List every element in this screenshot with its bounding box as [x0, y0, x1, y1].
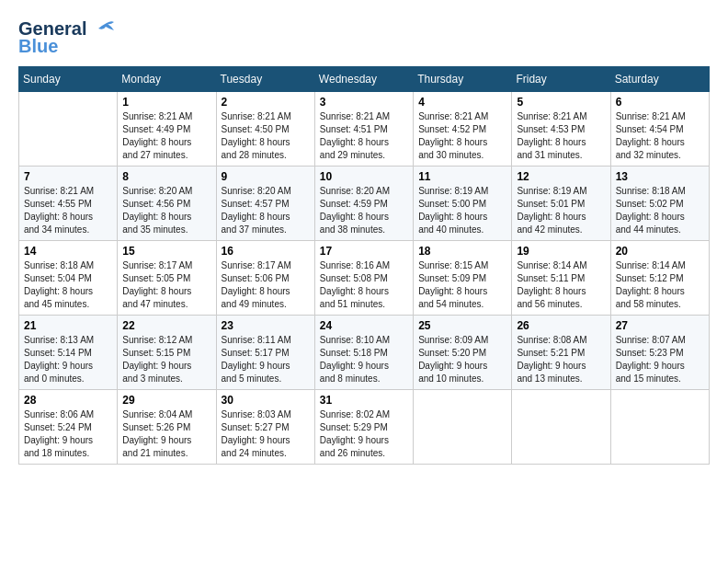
- day-number: 20: [616, 245, 704, 258]
- header-saturday: Saturday: [610, 67, 709, 92]
- calendar-cell: [414, 390, 512, 465]
- calendar-cell: 27Sunrise: 8:07 AMSunset: 5:23 PMDayligh…: [610, 316, 709, 390]
- cell-content: Sunrise: 8:06 AMSunset: 5:24 PMDaylight:…: [24, 408, 112, 460]
- day-number: 24: [320, 319, 408, 332]
- day-number: 17: [320, 245, 408, 258]
- day-number: 19: [517, 245, 605, 258]
- day-number: 6: [616, 96, 704, 109]
- calendar-cell: 12Sunrise: 8:19 AMSunset: 5:01 PMDayligh…: [512, 167, 610, 241]
- day-number: 29: [122, 394, 210, 407]
- day-number: 3: [320, 96, 408, 109]
- day-number: 18: [418, 245, 506, 258]
- cell-content: Sunrise: 8:21 AMSunset: 4:52 PMDaylight:…: [418, 110, 506, 162]
- header-sunday: Sunday: [19, 67, 118, 92]
- calendar-cell: 19Sunrise: 8:14 AMSunset: 5:11 PMDayligh…: [512, 241, 610, 316]
- calendar-cell: 26Sunrise: 8:08 AMSunset: 5:21 PMDayligh…: [512, 316, 610, 390]
- week-row-2: 7Sunrise: 8:21 AMSunset: 4:55 PMDaylight…: [19, 167, 710, 241]
- calendar-cell: 31Sunrise: 8:02 AMSunset: 5:29 PMDayligh…: [314, 390, 413, 465]
- day-number: 16: [222, 245, 310, 258]
- week-row-4: 21Sunrise: 8:13 AMSunset: 5:14 PMDayligh…: [19, 316, 710, 390]
- cell-content: Sunrise: 8:21 AMSunset: 4:54 PMDaylight:…: [616, 110, 704, 162]
- calendar-cell: 21Sunrise: 8:13 AMSunset: 5:14 PMDayligh…: [19, 316, 118, 390]
- day-number: 28: [24, 394, 112, 407]
- day-number: 26: [517, 319, 605, 332]
- cell-content: Sunrise: 8:21 AMSunset: 4:49 PMDaylight:…: [122, 110, 210, 162]
- cell-content: Sunrise: 8:18 AMSunset: 5:04 PMDaylight:…: [24, 259, 112, 311]
- calendar-cell: 25Sunrise: 8:09 AMSunset: 5:20 PMDayligh…: [414, 316, 512, 390]
- calendar-cell: 28Sunrise: 8:06 AMSunset: 5:24 PMDayligh…: [19, 390, 118, 465]
- calendar-body: 1Sunrise: 8:21 AMSunset: 4:49 PMDaylight…: [19, 92, 710, 465]
- day-number: 25: [418, 319, 506, 332]
- day-number: 11: [418, 170, 506, 183]
- calendar-cell: 18Sunrise: 8:15 AMSunset: 5:09 PMDayligh…: [414, 241, 512, 316]
- cell-content: Sunrise: 8:20 AMSunset: 4:59 PMDaylight:…: [320, 185, 408, 236]
- cell-content: Sunrise: 8:19 AMSunset: 5:00 PMDaylight:…: [418, 185, 506, 236]
- day-number: 14: [24, 245, 112, 258]
- cell-content: Sunrise: 8:08 AMSunset: 5:21 PMDaylight:…: [517, 334, 605, 385]
- day-number: 30: [222, 394, 310, 407]
- day-number: 4: [418, 96, 506, 109]
- cell-content: Sunrise: 8:20 AMSunset: 4:56 PMDaylight:…: [122, 185, 210, 236]
- calendar-table: SundayMondayTuesdayWednesdayThursdayFrid…: [18, 66, 710, 465]
- calendar-cell: 2Sunrise: 8:21 AMSunset: 4:50 PMDaylight…: [216, 92, 314, 167]
- calendar-cell: 4Sunrise: 8:21 AMSunset: 4:52 PMDaylight…: [414, 92, 512, 167]
- day-number: 15: [122, 245, 210, 258]
- cell-content: Sunrise: 8:15 AMSunset: 5:09 PMDaylight:…: [418, 259, 506, 311]
- calendar-cell: 22Sunrise: 8:12 AMSunset: 5:15 PMDayligh…: [118, 316, 216, 390]
- day-number: 31: [320, 394, 408, 407]
- calendar-cell: 9Sunrise: 8:20 AMSunset: 4:57 PMDaylight…: [216, 167, 314, 241]
- day-number: 13: [616, 170, 704, 183]
- cell-content: Sunrise: 8:20 AMSunset: 4:57 PMDaylight:…: [222, 185, 310, 236]
- logo: General Blue: [18, 18, 114, 57]
- calendar-cell: 7Sunrise: 8:21 AMSunset: 4:55 PMDaylight…: [19, 167, 118, 241]
- calendar-cell: 13Sunrise: 8:18 AMSunset: 5:02 PMDayligh…: [610, 167, 709, 241]
- calendar-cell: [512, 390, 610, 465]
- day-number: 8: [122, 170, 210, 183]
- day-number: 2: [222, 96, 310, 109]
- logo-text-blue: Blue: [18, 36, 58, 57]
- cell-content: Sunrise: 8:12 AMSunset: 5:15 PMDaylight:…: [122, 334, 210, 385]
- cell-content: Sunrise: 8:04 AMSunset: 5:26 PMDaylight:…: [122, 408, 210, 460]
- cell-content: Sunrise: 8:11 AMSunset: 5:17 PMDaylight:…: [222, 334, 310, 385]
- week-row-1: 1Sunrise: 8:21 AMSunset: 4:49 PMDaylight…: [19, 92, 710, 167]
- cell-content: Sunrise: 8:03 AMSunset: 5:27 PMDaylight:…: [222, 408, 310, 460]
- cell-content: Sunrise: 8:17 AMSunset: 5:06 PMDaylight:…: [222, 259, 310, 311]
- header-tuesday: Tuesday: [216, 67, 314, 92]
- calendar-cell: 16Sunrise: 8:17 AMSunset: 5:06 PMDayligh…: [216, 241, 314, 316]
- cell-content: Sunrise: 8:07 AMSunset: 5:23 PMDaylight:…: [616, 334, 704, 385]
- day-number: 5: [517, 96, 605, 109]
- calendar-cell: 11Sunrise: 8:19 AMSunset: 5:00 PMDayligh…: [414, 167, 512, 241]
- calendar-cell: 30Sunrise: 8:03 AMSunset: 5:27 PMDayligh…: [216, 390, 314, 465]
- logo-bird-icon: [88, 20, 114, 39]
- cell-content: Sunrise: 8:21 AMSunset: 4:55 PMDaylight:…: [24, 185, 112, 236]
- cell-content: Sunrise: 8:17 AMSunset: 5:05 PMDaylight:…: [122, 259, 210, 311]
- calendar-cell: 10Sunrise: 8:20 AMSunset: 4:59 PMDayligh…: [314, 167, 413, 241]
- calendar-cell: 3Sunrise: 8:21 AMSunset: 4:51 PMDaylight…: [314, 92, 413, 167]
- calendar-cell: 6Sunrise: 8:21 AMSunset: 4:54 PMDaylight…: [610, 92, 709, 167]
- week-row-3: 14Sunrise: 8:18 AMSunset: 5:04 PMDayligh…: [19, 241, 710, 316]
- cell-content: Sunrise: 8:21 AMSunset: 4:50 PMDaylight:…: [222, 110, 310, 162]
- header-friday: Friday: [512, 67, 610, 92]
- calendar-cell: 1Sunrise: 8:21 AMSunset: 4:49 PMDaylight…: [118, 92, 216, 167]
- cell-content: Sunrise: 8:21 AMSunset: 4:53 PMDaylight:…: [517, 110, 605, 162]
- day-number: 7: [24, 170, 112, 183]
- day-number: 22: [122, 319, 210, 332]
- calendar-cell: 14Sunrise: 8:18 AMSunset: 5:04 PMDayligh…: [19, 241, 118, 316]
- cell-content: Sunrise: 8:09 AMSunset: 5:20 PMDaylight:…: [418, 334, 506, 385]
- calendar-cell: [19, 92, 118, 167]
- cell-content: Sunrise: 8:14 AMSunset: 5:12 PMDaylight:…: [616, 259, 704, 311]
- calendar-cell: 5Sunrise: 8:21 AMSunset: 4:53 PMDaylight…: [512, 92, 610, 167]
- calendar-cell: 23Sunrise: 8:11 AMSunset: 5:17 PMDayligh…: [216, 316, 314, 390]
- day-number: 23: [222, 319, 310, 332]
- cell-content: Sunrise: 8:14 AMSunset: 5:11 PMDaylight:…: [517, 259, 605, 311]
- cell-content: Sunrise: 8:02 AMSunset: 5:29 PMDaylight:…: [320, 408, 408, 460]
- calendar-cell: [610, 390, 709, 465]
- day-number: 12: [517, 170, 605, 183]
- calendar-header-row: SundayMondayTuesdayWednesdayThursdayFrid…: [19, 67, 710, 92]
- day-number: 9: [222, 170, 310, 183]
- calendar-cell: 15Sunrise: 8:17 AMSunset: 5:05 PMDayligh…: [118, 241, 216, 316]
- header-monday: Monday: [118, 67, 216, 92]
- cell-content: Sunrise: 8:13 AMSunset: 5:14 PMDaylight:…: [24, 334, 112, 385]
- day-number: 1: [122, 96, 210, 109]
- page-header: General Blue: [18, 18, 710, 57]
